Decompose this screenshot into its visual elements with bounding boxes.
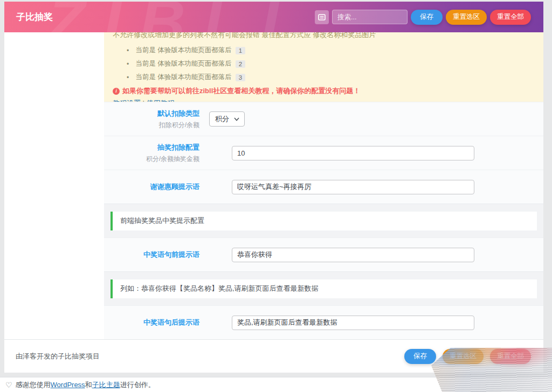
page-header: ZIBLL 子比抽奖 保存 重置选区 重置全部 bbox=[4, 2, 543, 32]
heart-icon: ♡ bbox=[5, 381, 12, 389]
field-label: 默认扣除类型 bbox=[104, 109, 199, 118]
bullet-icon: • bbox=[127, 60, 129, 68]
warning-text: 如果你需要帮助可以前往zibll社区查看相关教程，请确保你的配置没有问题！ bbox=[122, 86, 360, 96]
smudge-artifact bbox=[431, 348, 552, 392]
win-prefix-input[interactable] bbox=[232, 248, 474, 262]
list-icon[interactable] bbox=[315, 10, 329, 24]
settings-content: 不允许修改或增加更多的列表不然有可能会报错 最佳配置方式应 修改名称和奖品图片 … bbox=[104, 32, 543, 339]
search-input[interactable] bbox=[332, 10, 408, 24]
field-row-win-prefix: 中奖语句前提示语 bbox=[104, 237, 543, 271]
header-controls: 保存 重置选区 重置全部 bbox=[315, 2, 531, 32]
deduction-type-select[interactable]: 积分 bbox=[209, 111, 245, 127]
bullet-badge: 1 bbox=[236, 47, 245, 54]
notice-bullet-list: • 当前是 体验版本功能页面都落后 1 • 当前是 体验版本功能页面都落后 2 … bbox=[113, 46, 535, 82]
wordpress-link[interactable]: WordPress bbox=[51, 381, 85, 389]
chevron-down-icon bbox=[234, 117, 239, 121]
field-sublabel: 积分/余额抽奖金额 bbox=[104, 155, 199, 164]
bullet-icon: • bbox=[127, 74, 129, 81]
deduction-amount-input[interactable] bbox=[232, 146, 474, 160]
info-icon: i bbox=[113, 88, 120, 95]
section-divider-row: 前端抽奖奖品中奖提示配置 bbox=[104, 204, 543, 237]
bullet-badge: 3 bbox=[236, 74, 245, 81]
field-sublabel: 扣除积分/余额 bbox=[104, 121, 199, 130]
field-label: 中奖语句后提示语 bbox=[104, 318, 199, 327]
bullet-icon: • bbox=[127, 47, 129, 54]
notice-text: 不允许修改或增加更多的列表不然有可能会报错 最佳配置方式应 修改名称和奖品图片 bbox=[113, 32, 535, 40]
zibll-watermark: ZIBLL bbox=[46, 2, 318, 32]
thanks-suffix: 进行创作。 bbox=[120, 380, 155, 390]
notice-box: 不允许修改或增加更多的列表不然有可能会报错 最佳配置方式应 修改名称和奖品图片 … bbox=[104, 32, 543, 102]
tutorial-settings-link[interactable]: 教程设置 bbox=[113, 99, 141, 102]
reset-all-button[interactable]: 重置全部 bbox=[490, 10, 531, 25]
thanks-middle: 和 bbox=[85, 380, 92, 390]
link-separator: | bbox=[141, 99, 147, 102]
footer-save-button[interactable]: 保存 bbox=[404, 349, 436, 364]
win-suffix-input[interactable] bbox=[232, 316, 474, 330]
select-value: 积分 bbox=[215, 114, 229, 124]
lose-message-input[interactable] bbox=[232, 180, 474, 194]
developer-credit: 由泽客开发的子比抽奖项目 bbox=[16, 352, 100, 361]
theme-link[interactable]: 子比主题 bbox=[92, 380, 120, 390]
list-item: • 当前是 体验版本功能页面都落后 2 bbox=[127, 59, 535, 68]
settings-panel: ZIBLL 子比抽奖 保存 重置选区 重置全部 不允许修改或增加更多的列表不然有… bbox=[4, 2, 543, 373]
bullet-text: 当前是 体验版本功能页面都落后 bbox=[135, 59, 231, 68]
bullet-text: 当前是 体验版本功能页面都落后 bbox=[135, 73, 231, 82]
bullet-text: 当前是 体验版本功能页面都落后 bbox=[135, 46, 231, 55]
field-row-deduction-amount: 抽奖扣除配置 积分/余额抽奖金额 bbox=[104, 136, 543, 170]
field-row-win-suffix: 中奖语句后提示语 bbox=[104, 305, 543, 339]
field-label: 中奖语句前提示语 bbox=[104, 250, 199, 260]
warning-line: i 如果你需要帮助可以前往zibll社区查看相关教程，请确保你的配置没有问题！ bbox=[113, 86, 535, 96]
sidebar bbox=[4, 32, 104, 339]
field-label: 抽奖扣除配置 bbox=[104, 143, 199, 152]
example-divider: 列如：恭喜你获得【奖品名称】奖品,请刷新页面后查看最新数据 bbox=[111, 279, 537, 298]
bullet-badge: 2 bbox=[236, 60, 245, 68]
example-divider-row: 列如：恭喜你获得【奖品名称】奖品,请刷新页面后查看最新数据 bbox=[104, 271, 543, 305]
list-item: • 当前是 体验版本功能页面都落后 1 bbox=[127, 46, 535, 55]
section-divider: 前端抽奖奖品中奖提示配置 bbox=[111, 212, 537, 230]
field-row-lose-message: 谢谢惠顾提示语 bbox=[104, 170, 543, 204]
main-area: 不允许修改或增加更多的列表不然有可能会报错 最佳配置方式应 修改名称和奖品图片 … bbox=[4, 32, 543, 339]
page-title: 子比抽奖 bbox=[16, 11, 53, 23]
thanks-prefix: 感谢您使用 bbox=[16, 380, 51, 390]
usage-tutorial-link[interactable]: 使用教程 bbox=[147, 99, 175, 102]
field-row-deduction-type: 默认扣除类型 扣除积分/余额 积分 bbox=[104, 102, 543, 136]
reset-selection-button[interactable]: 重置选区 bbox=[446, 10, 487, 25]
field-label: 谢谢惠顾提示语 bbox=[104, 182, 199, 192]
list-item: • 当前是 体验版本功能页面都落后 3 bbox=[127, 73, 535, 82]
save-button[interactable]: 保存 bbox=[411, 10, 443, 25]
